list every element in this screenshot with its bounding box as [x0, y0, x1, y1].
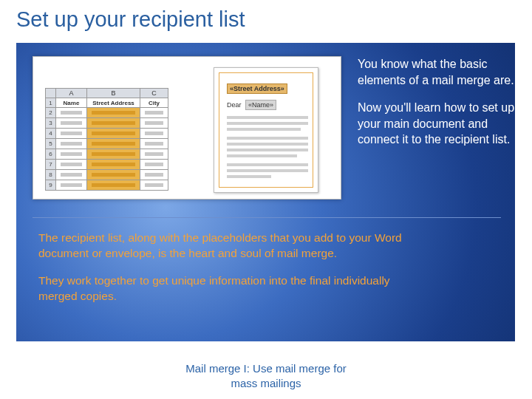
side-para-2: Now you'll learn how to set up your main…: [358, 100, 516, 148]
slide: Set up your recipient list A B C 1 Name …: [0, 0, 532, 399]
side-para-1: You know what the basic elements of a ma…: [358, 56, 516, 88]
divider: [33, 217, 501, 218]
body-para-1: The recipient list, along with the place…: [38, 231, 423, 262]
row-header: 4: [46, 129, 56, 139]
row-header: 1: [46, 98, 56, 108]
field-header: Name: [56, 98, 87, 108]
row-header: 3: [46, 118, 56, 129]
footer: Mail merge I: Use mail merge for mass ma…: [0, 361, 532, 390]
field-header: Street Address: [87, 98, 140, 108]
col-header: C: [140, 89, 168, 98]
content-panel: A B C 1 Name Street Address City 2 3 4 5…: [16, 43, 515, 341]
merge-field-street: «Street Address»: [227, 83, 287, 94]
footer-line-1: Mail merge I: Use mail merge for: [185, 362, 347, 375]
merge-field-name: «Name»: [245, 100, 276, 110]
row-header: 5: [46, 139, 56, 149]
row-header: 8: [46, 170, 56, 180]
body-text: The recipient list, along with the place…: [38, 231, 423, 316]
document-graphic: «Street Address» Dear «Name»: [214, 67, 318, 193]
slide-title: Set up your recipient list: [16, 7, 245, 32]
body-para-2: They work together to get unique informa…: [38, 273, 423, 304]
row-header: 9: [46, 180, 56, 191]
row-header: 7: [46, 160, 56, 170]
col-header: A: [56, 89, 87, 98]
illustration: A B C 1 Name Street Address City 2 3 4 5…: [33, 56, 341, 200]
col-header: B: [87, 89, 140, 98]
dear-label: Dear: [227, 101, 242, 109]
side-text: You know what the basic elements of a ma…: [358, 56, 516, 160]
field-header: City: [140, 98, 168, 108]
row-header: 2: [46, 108, 56, 118]
row-header: 6: [46, 149, 56, 160]
footer-line-2: mass mailings: [231, 377, 301, 389]
spreadsheet-graphic: A B C 1 Name Street Address City 2 3 4 5…: [45, 88, 168, 191]
